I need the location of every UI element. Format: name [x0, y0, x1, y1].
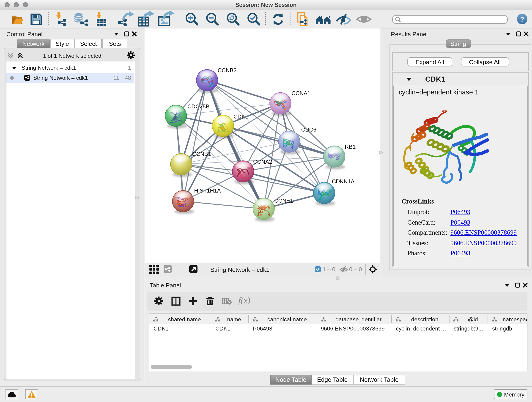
svg-text:HIST1H1A: HIST1H1A	[194, 187, 221, 194]
svg-text:CCNB2: CCNB2	[217, 67, 236, 73]
svg-text:CCNA1: CCNA1	[291, 90, 310, 96]
svg-text:CDC6: CDC6	[301, 127, 316, 133]
svg-text:CDKN1A: CDKN1A	[331, 178, 355, 185]
svg-text:RB1: RB1	[345, 144, 355, 150]
svg-text:CCNB1: CCNB1	[192, 151, 211, 157]
svg-text:CCNA2: CCNA2	[253, 159, 272, 165]
svg-text:CDC25B: CDC25B	[187, 103, 209, 109]
svg-text:CCNE1: CCNE1	[274, 198, 293, 204]
svg-text:CDK1: CDK1	[233, 114, 248, 120]
